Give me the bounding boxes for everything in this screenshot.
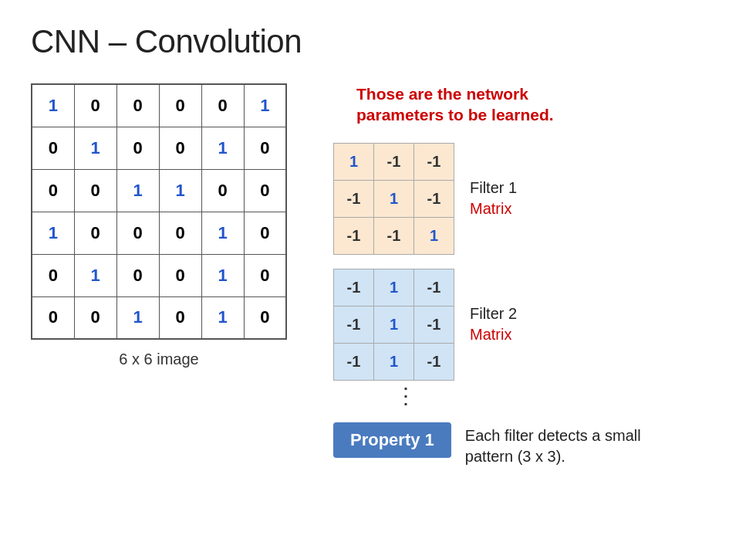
- image-cell: 1: [201, 254, 244, 296]
- filter1-cell: -1: [334, 217, 374, 254]
- image-cell: 0: [201, 169, 244, 212]
- image-cell: 0: [116, 254, 159, 296]
- filter1-name: Filter 1: [470, 179, 517, 197]
- image-cell: 0: [244, 254, 286, 296]
- filter1-cell: -1: [334, 180, 374, 217]
- image-label: 6 x 6 image: [119, 351, 198, 368]
- filter2-cell: -1: [414, 269, 454, 306]
- image-cell: 1: [201, 296, 244, 339]
- filter2-name: Filter 2: [470, 305, 517, 323]
- filter1-cell: -1: [414, 143, 454, 180]
- filter2-cell: 1: [374, 343, 414, 380]
- image-cell: 0: [32, 254, 74, 296]
- filter2-cell: -1: [334, 269, 374, 306]
- filter2-cell: -1: [334, 306, 374, 343]
- image-cell: 1: [201, 212, 244, 254]
- right-panel: Those are the network parameters to be l…: [333, 83, 725, 467]
- filter2-matrix: -11-1-11-1-11-1: [333, 269, 454, 381]
- property-badge: Property 1: [333, 422, 451, 458]
- image-cell: 0: [159, 212, 201, 254]
- property-text: Each filter detects a small pattern (3 x…: [465, 422, 641, 467]
- image-cell: 1: [116, 169, 159, 212]
- image-cell: 0: [74, 296, 116, 339]
- page-title: CNN – Convolution: [31, 23, 725, 60]
- filter2-cell: 1: [374, 269, 414, 306]
- image-cell: 0: [244, 212, 286, 254]
- image-cell: 0: [201, 84, 244, 127]
- image-cell: 1: [244, 84, 286, 127]
- left-panel: 100001010010001100100010010010001010 6 x…: [31, 83, 287, 368]
- image-cell: 0: [159, 296, 201, 339]
- image-cell: 0: [74, 84, 116, 127]
- filter2-label: Filter 2 Matrix: [470, 305, 517, 344]
- filter1-matrix: 1-1-1-11-1-1-11: [333, 143, 454, 255]
- filter1-cell: -1: [414, 180, 454, 217]
- filter2-cell: 1: [374, 306, 414, 343]
- filter1-cell: 1: [414, 217, 454, 254]
- page: CNN – Convolution 1000010100100011001000…: [0, 0, 756, 559]
- property-area: Property 1 Each filter detects a small p…: [333, 422, 641, 467]
- filter1-label: Filter 1 Matrix: [470, 179, 517, 218]
- image-cell: 1: [74, 254, 116, 296]
- image-cell: 0: [32, 127, 74, 169]
- image-cell: 1: [201, 127, 244, 169]
- image-cell: 0: [244, 296, 286, 339]
- filter1-matrix-label: Matrix: [470, 200, 517, 218]
- image-cell: 0: [116, 127, 159, 169]
- image-cell: 0: [32, 296, 74, 339]
- filter2-cell: -1: [414, 343, 454, 380]
- network-note: Those are the network parameters to be l…: [356, 83, 554, 126]
- image-cell: 0: [116, 212, 159, 254]
- image-cell: 0: [159, 84, 201, 127]
- image-cell: 0: [116, 84, 159, 127]
- filter2-cell: -1: [334, 343, 374, 380]
- filter1-cell: -1: [374, 143, 414, 180]
- filter1-row: 1-1-1-11-1-1-11 Filter 1 Matrix: [333, 143, 725, 255]
- image-cell: 1: [32, 212, 74, 254]
- filters-area: 1-1-1-11-1-1-11 Filter 1 Matrix -11-1-11…: [333, 143, 725, 381]
- filter1-cell: 1: [334, 143, 374, 180]
- image-cell: 1: [74, 127, 116, 169]
- filter2-matrix-label: Matrix: [470, 326, 517, 344]
- filter2-row: -11-1-11-1-11-1 Filter 2 Matrix: [333, 269, 725, 381]
- filter1-cell: 1: [374, 180, 414, 217]
- filter2-cell: -1: [414, 306, 454, 343]
- image-cell: 0: [74, 169, 116, 212]
- dots: ⋮: [395, 385, 417, 407]
- image-cell: 0: [244, 169, 286, 212]
- image-cell: 1: [32, 84, 74, 127]
- filter1-cell: -1: [374, 217, 414, 254]
- image-cell: 0: [74, 212, 116, 254]
- image-cell: 1: [116, 296, 159, 339]
- image-matrix: 100001010010001100100010010010001010: [31, 83, 287, 340]
- image-cell: 1: [159, 169, 201, 212]
- image-cell: 0: [159, 254, 201, 296]
- image-cell: 0: [159, 127, 201, 169]
- image-cell: 0: [32, 169, 74, 212]
- image-cell: 0: [244, 127, 286, 169]
- content-area: 100001010010001100100010010010001010 6 x…: [31, 83, 725, 467]
